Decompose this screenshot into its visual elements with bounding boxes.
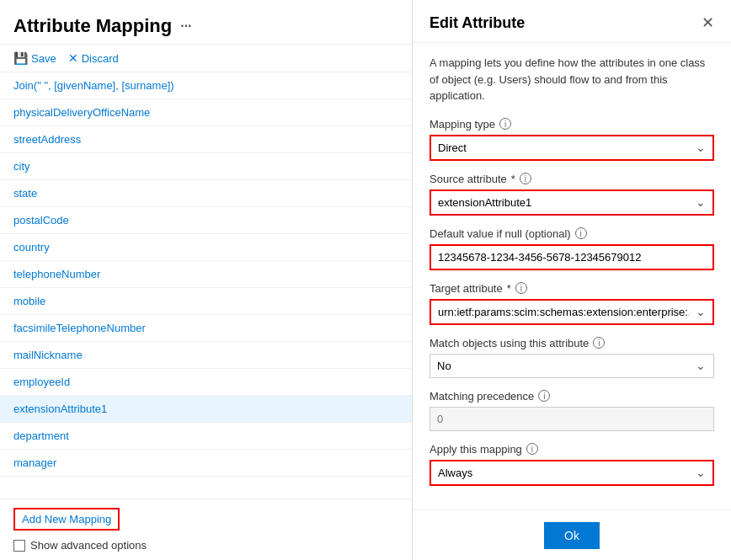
- target-attribute-select-wrapper: urn:ietf:params:scim:schemas:extension:e…: [430, 299, 714, 325]
- ok-button[interactable]: Ok: [544, 522, 600, 549]
- list-item[interactable]: telephoneNumber: [0, 261, 412, 288]
- list-item[interactable]: physicalDeliveryOfficeName: [0, 99, 412, 126]
- match-objects-info-icon[interactable]: i: [593, 337, 605, 349]
- list-item[interactable]: facsimileTelephoneNumber: [0, 315, 412, 342]
- default-value-group: Default value if null (optional) i: [430, 227, 714, 270]
- apply-mapping-group: Apply this mapping i Always: [430, 443, 714, 486]
- list-item[interactable]: employeeId: [0, 369, 412, 396]
- list-item[interactable]: country: [0, 234, 412, 261]
- left-panel: Attribute Mapping ··· 💾 Save ✕ Discard J…: [0, 0, 413, 560]
- target-attribute-required: *: [507, 282, 511, 295]
- show-advanced-options[interactable]: Show advanced options: [13, 539, 398, 552]
- toolbar: 💾 Save ✕ Discard: [0, 45, 412, 72]
- mapping-type-group: Mapping type i Direct: [430, 118, 714, 161]
- title-text: Attribute Mapping: [13, 15, 172, 37]
- matching-precedence-input: [430, 407, 714, 431]
- discard-button[interactable]: ✕ Discard: [68, 51, 119, 65]
- source-attribute-info-icon[interactable]: i: [520, 173, 531, 184]
- mapping-type-select-wrapper: Direct: [430, 135, 714, 161]
- show-advanced-label: Show advanced options: [30, 539, 147, 552]
- source-attribute-group: Source attribute * i extensionAttribute1: [430, 173, 714, 216]
- target-attribute-label: Target attribute * i: [430, 282, 714, 295]
- target-attribute-info-icon[interactable]: i: [515, 282, 527, 294]
- discard-icon: ✕: [68, 51, 78, 65]
- add-new-mapping-button[interactable]: Add New Mapping: [13, 508, 120, 531]
- matching-precedence-label: Matching precedence i: [430, 390, 714, 403]
- default-value-info-icon[interactable]: i: [575, 227, 587, 239]
- list-item[interactable]: department: [0, 423, 412, 450]
- save-button[interactable]: 💾 Save: [13, 51, 56, 65]
- match-objects-label: Match objects using this attribute i: [430, 337, 714, 349]
- source-attribute-label: Source attribute * i: [430, 173, 714, 185]
- left-footer: Add New Mapping Show advanced options: [0, 499, 412, 560]
- save-label: Save: [31, 52, 56, 65]
- source-attribute-required: *: [511, 173, 515, 185]
- list-item[interactable]: extensionAttribute1: [0, 396, 412, 423]
- left-header: Attribute Mapping ···: [0, 0, 412, 45]
- mapping-type-select[interactable]: Direct: [430, 135, 714, 161]
- mapping-type-info-icon[interactable]: i: [499, 118, 511, 130]
- match-objects-group: Match objects using this attribute i No: [430, 337, 714, 378]
- list-item[interactable]: state: [0, 180, 412, 207]
- list-item[interactable]: mobile: [0, 288, 412, 315]
- list-item[interactable]: mailNickname: [0, 342, 412, 369]
- match-objects-select[interactable]: No: [430, 354, 714, 378]
- matching-precedence-group: Matching precedence i: [430, 390, 714, 431]
- description-text: A mapping lets you define how the attrib…: [430, 55, 714, 104]
- edit-attribute-title: Edit Attribute: [430, 14, 525, 32]
- discard-label: Discard: [82, 52, 119, 65]
- list-item[interactable]: city: [0, 153, 412, 180]
- apply-mapping-select[interactable]: Always: [430, 460, 714, 486]
- default-value-input[interactable]: [430, 244, 714, 270]
- right-panel: Edit Attribute ✕ A mapping lets you defi…: [413, 0, 731, 560]
- source-attribute-select[interactable]: extensionAttribute1: [430, 189, 714, 216]
- list-item[interactable]: streetAddress: [0, 126, 412, 153]
- apply-mapping-info-icon[interactable]: i: [526, 443, 538, 455]
- save-icon: 💾: [13, 51, 28, 65]
- mapping-type-label: Mapping type i: [430, 118, 714, 131]
- matching-precedence-info-icon[interactable]: i: [538, 390, 550, 402]
- right-footer: Ok: [413, 509, 731, 561]
- show-advanced-checkbox[interactable]: [13, 540, 25, 552]
- right-header: Edit Attribute ✕: [413, 0, 731, 43]
- default-value-label: Default value if null (optional) i: [430, 227, 714, 240]
- more-icon[interactable]: ···: [180, 19, 191, 34]
- page-title: Attribute Mapping ···: [13, 15, 398, 37]
- right-body: A mapping lets you define how the attrib…: [413, 43, 731, 509]
- target-attribute-group: Target attribute * i urn:ietf:params:sci…: [430, 282, 714, 325]
- mapping-list: Join(" ", [givenName], [surname])physica…: [0, 72, 412, 499]
- source-attribute-select-wrapper: extensionAttribute1: [430, 189, 714, 216]
- target-attribute-select[interactable]: urn:ietf:params:scim:schemas:extension:e…: [430, 299, 714, 325]
- list-item[interactable]: postalCode: [0, 207, 412, 234]
- list-item[interactable]: manager: [0, 450, 412, 477]
- list-item[interactable]: Join(" ", [givenName], [surname]): [0, 72, 412, 99]
- match-objects-select-wrapper: No: [430, 354, 714, 378]
- close-button[interactable]: ✕: [702, 13, 714, 32]
- apply-mapping-select-wrapper: Always: [430, 460, 714, 486]
- apply-mapping-label: Apply this mapping i: [430, 443, 714, 456]
